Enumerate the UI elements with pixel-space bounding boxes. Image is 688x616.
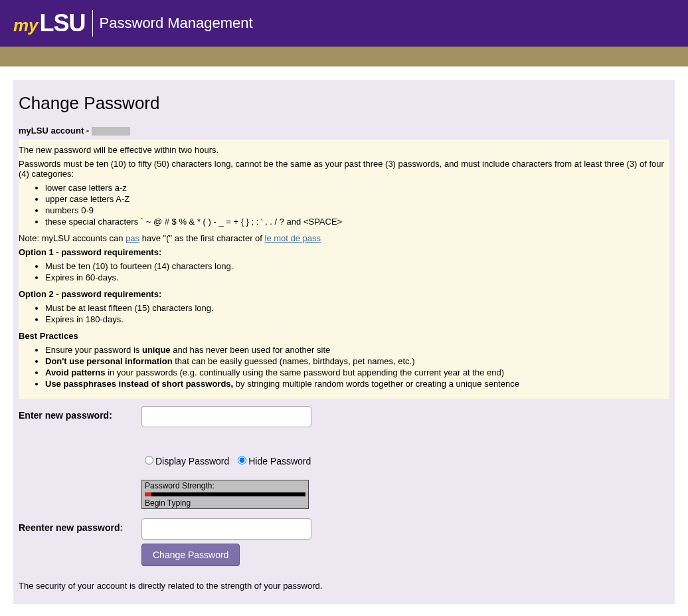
- reenter-password-input[interactable]: [141, 518, 311, 540]
- option1-title: Option 1 - password requirements:: [19, 247, 161, 257]
- list-item: Don't use personal information that can …: [45, 356, 669, 366]
- mylsu-logo: my LSU: [13, 9, 86, 37]
- security-note: The security of your account is directly…: [19, 581, 669, 591]
- list-item: Expires in 60-days.: [45, 272, 669, 282]
- display-password-label[interactable]: Display Password: [155, 456, 229, 466]
- note-mid: have "(" as the first character of: [139, 233, 264, 243]
- category-item: numbers 0-9: [45, 205, 669, 215]
- list-item: Must be ten (10) to fourteen (14) charac…: [45, 261, 669, 271]
- display-password-radio[interactable]: [145, 456, 153, 464]
- form-area: Enter new password: Display Password Hid…: [19, 406, 669, 591]
- rules-intro: Passwords must be ten (10) to fifty (50)…: [19, 159, 669, 179]
- info-box: The new password will be effective withi…: [19, 140, 669, 399]
- note-prefix: Note: myLSU accounts can: [19, 233, 126, 243]
- change-password-button[interactable]: Change Password: [141, 544, 240, 566]
- logo-lsu: LSU: [40, 9, 86, 37]
- header-bar: my LSU Password Management: [0, 0, 688, 47]
- note-link-motdepass[interactable]: le mot de pass: [265, 233, 321, 243]
- account-redacted: [92, 127, 130, 136]
- header-title: Password Management: [100, 15, 253, 32]
- categories-list: lower case letters a-z upper case letter…: [19, 183, 669, 227]
- option1-list: Must be ten (10) to fourteen (14) charac…: [19, 261, 669, 282]
- hide-password-radio[interactable]: [238, 456, 246, 464]
- strength-label: Password Strength:: [145, 481, 305, 490]
- strength-status: Begin Typing: [145, 498, 305, 508]
- account-label: myLSU account -: [19, 126, 92, 136]
- page-title: Change Password: [19, 93, 669, 114]
- category-item: upper case letters A-Z: [45, 194, 669, 204]
- strength-meter: [145, 492, 305, 496]
- enter-password-label: Enter new password:: [19, 406, 141, 421]
- effective-text: The new password will be effective withi…: [19, 145, 669, 155]
- hide-password-label[interactable]: Hide Password: [248, 456, 311, 466]
- category-item: these special characters ` ~ @ # $ % & *…: [45, 217, 669, 227]
- password-strength-box: Password Strength: Begin Typing: [141, 480, 309, 509]
- option2-title: Option 2 - password requirements:: [19, 289, 161, 299]
- option2-list: Must be at least fifteen (15) characters…: [19, 303, 669, 324]
- reenter-password-label: Reenter new password:: [19, 518, 141, 533]
- display-hide-row: Display Password Hide Password: [141, 454, 669, 466]
- note-line: Note: myLSU accounts can pas have "(" as…: [19, 233, 669, 243]
- list-item: Use passphrases instead of short passwor…: [45, 379, 669, 389]
- header-divider: [92, 10, 93, 37]
- list-item: Must be at least fifteen (15) characters…: [45, 303, 669, 313]
- best-practices-list: Ensure your password is unique and has n…: [19, 345, 669, 389]
- account-line: myLSU account -: [19, 126, 669, 136]
- gold-bar: [0, 47, 688, 66]
- new-password-input[interactable]: [141, 406, 311, 427]
- list-item: Expires in 180-days.: [45, 314, 669, 324]
- page-content: Change Password myLSU account - The new …: [13, 80, 675, 604]
- logo-my: my: [13, 15, 39, 36]
- strength-meter-fill: [145, 492, 151, 496]
- note-link-pas[interactable]: pas: [126, 233, 139, 243]
- best-practices-title: Best Practices: [19, 331, 78, 341]
- list-item: Avoid patterns in your passwords (e.g. c…: [45, 367, 669, 377]
- list-item: Ensure your password is unique and has n…: [45, 345, 669, 355]
- category-item: lower case letters a-z: [45, 183, 669, 193]
